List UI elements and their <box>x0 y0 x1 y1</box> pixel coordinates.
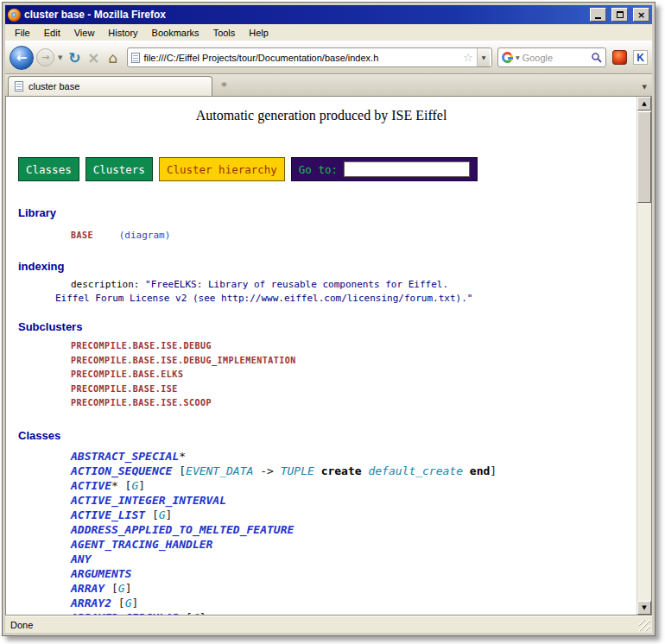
page-title: Automatic generation produced by ISE Eif… <box>6 108 636 123</box>
class-entry-text: ] <box>200 611 206 616</box>
class-entry-text <box>314 464 321 477</box>
class-link[interactable]: ARGUMENTS <box>71 567 131 580</box>
menu-bookmarks[interactable]: Bookmarks <box>145 25 206 41</box>
stop-button[interactable]: × <box>86 48 101 67</box>
scrollbar-thumb[interactable] <box>637 111 651 203</box>
class-link[interactable]: ADDRESS_APPLIED_TO_MELTED_FEATURE <box>71 523 294 536</box>
classes-heading: Classes <box>18 429 636 442</box>
google-logo-icon[interactable] <box>502 52 513 63</box>
library-row: BASE (diagram) <box>71 225 636 242</box>
class-entry: ADDRESS_APPLIED_TO_MELTED_FEATURE <box>71 522 636 537</box>
vertical-scrollbar[interactable]: ▲ ▼ <box>636 97 651 615</box>
page-favicon <box>131 53 140 63</box>
firefox-icon <box>8 9 21 22</box>
menu-edit[interactable]: Edit <box>37 25 67 41</box>
scroll-up-button[interactable]: ▲ <box>637 97 651 110</box>
scroll-down-button[interactable]: ▼ <box>637 601 651 615</box>
search-input[interactable]: Google <box>522 53 588 63</box>
class-list: ABSTRACT_SPECIAL*ACTION_SEQUENCE [EVENT_… <box>71 449 636 616</box>
indexing-string-1: "FreeELKS: Library of reusable component… <box>145 279 448 290</box>
class-link[interactable]: ARRAYED_CIRCULAR <box>71 611 179 616</box>
document-page: Automatic generation produced by ISE Eif… <box>6 97 636 615</box>
class-link[interactable]: ACTIVE_INTEGER_INTERVAL <box>71 494 226 507</box>
class-entry-text: [ <box>145 508 159 521</box>
class-entry-text: * <box>179 450 186 463</box>
addon-icon-red[interactable] <box>612 50 627 65</box>
class-entry: ACTIVE_LIST [G] <box>71 508 636 522</box>
class-entry-text: ] <box>166 508 173 521</box>
addon-icon-k[interactable]: K <box>633 50 648 65</box>
navigation-toolbar: ← → ▼ ↻ × ⌂ file:///C:/Eiffel Projects/t… <box>5 41 652 74</box>
class-link[interactable]: ACTIVE_LIST <box>71 508 145 521</box>
class-link[interactable]: AGENT_TRACING_HANDLER <box>71 538 212 551</box>
subcluster-link[interactable]: PRECOMPILE.BASE.ISE.DEBUG_IMPLEMENTATION <box>71 354 636 369</box>
class-link[interactable]: ACTION_SEQUENCE <box>71 464 172 477</box>
search-box[interactable]: ▼ Google <box>497 47 606 67</box>
resize-grip[interactable] <box>639 620 650 631</box>
window-title: cluster base - Mozilla Firefox <box>24 9 585 21</box>
scrollbar-track[interactable] <box>637 204 651 601</box>
reload-button[interactable]: ↻ <box>66 48 83 67</box>
subcluster-link[interactable]: PRECOMPILE.BASE.ISE.SCOOP <box>71 396 636 411</box>
generic-parameter-link[interactable]: G <box>118 582 125 595</box>
list-all-tabs-button[interactable]: ▼ <box>643 84 647 91</box>
menu-tools[interactable]: Tools <box>206 25 243 41</box>
menubar: FileEditViewHistoryBookmarksToolsHelp <box>5 24 652 41</box>
back-button[interactable]: ← <box>10 46 34 70</box>
class-entry-text: [ <box>104 582 118 595</box>
back-forward-dropdown-icon[interactable]: ▼ <box>57 54 63 61</box>
class-entry: ARRAY [G] <box>71 581 636 596</box>
tab-strip-icon[interactable]: * <box>221 79 227 92</box>
class-entry-text <box>463 464 470 477</box>
subclusters-heading: Subclusters <box>18 320 636 333</box>
classes-link[interactable]: Classes <box>18 157 79 181</box>
generic-parameter-link[interactable]: default_create <box>368 464 463 477</box>
class-entry-text: ] <box>490 464 497 477</box>
close-button[interactable]: × <box>633 8 649 22</box>
class-entry: ARGUMENTS <box>71 566 636 581</box>
titlebar[interactable]: cluster base - Mozilla Firefox × <box>5 5 652 24</box>
class-entry-text: end <box>470 464 490 477</box>
class-link[interactable]: ARRAY2 <box>71 597 111 609</box>
generic-parameter-link[interactable]: G <box>193 611 200 616</box>
class-entry-text: -> <box>253 464 280 477</box>
generic-parameter-link[interactable]: TUPLE <box>281 464 314 477</box>
goto-input[interactable] <box>344 161 470 177</box>
diagram-link[interactable]: (diagram) <box>119 230 171 241</box>
forward-button[interactable]: → <box>36 48 54 66</box>
class-link[interactable]: ABSTRACT_SPECIAL <box>71 450 179 463</box>
class-entry-text: [ <box>172 464 186 477</box>
generic-parameter-link[interactable]: G <box>159 508 166 521</box>
class-entry: ABSTRACT_SPECIAL* <box>71 449 636 464</box>
menu-view[interactable]: View <box>67 25 102 41</box>
address-input[interactable]: file:///C:/Eiffel Projects/tour/Document… <box>143 53 459 63</box>
generic-parameter-link[interactable]: EVENT_DATA <box>186 464 253 477</box>
menu-help[interactable]: Help <box>242 25 276 41</box>
indexing-line-2: Eiffel Forum License v2 (see http://www.… <box>55 292 636 306</box>
goto-box: Go to: <box>291 157 478 181</box>
maximize-button[interactable] <box>611 8 628 22</box>
class-entry-text: [ <box>118 479 132 492</box>
search-magnifier-icon[interactable] <box>591 52 602 63</box>
bookmark-star-icon[interactable]: ☆ <box>463 51 473 64</box>
minimize-button[interactable] <box>590 8 606 22</box>
subcluster-link[interactable]: PRECOMPILE.BASE.ISE <box>71 382 636 397</box>
class-link[interactable]: ANY <box>71 552 91 565</box>
firefox-window: cluster base - Mozilla Firefox × FileEdi… <box>2 2 656 636</box>
class-link[interactable]: ARRAY <box>71 582 104 595</box>
home-button[interactable]: ⌂ <box>104 48 122 67</box>
class-link[interactable]: ACTIVE <box>71 479 111 492</box>
tab-cluster-base[interactable]: cluster base <box>8 76 212 96</box>
library-name-link[interactable]: BASE <box>71 230 93 240</box>
subcluster-link[interactable]: PRECOMPILE.BASE.ISE.DEBUG <box>71 339 636 354</box>
subcluster-link[interactable]: PRECOMPILE.BASE.ELKS <box>71 368 636 382</box>
address-dropdown-button[interactable]: ▼ <box>477 48 490 66</box>
menu-history[interactable]: History <box>101 25 144 41</box>
search-engine-dropdown-icon[interactable]: ▼ <box>516 54 520 60</box>
clusters-link[interactable]: Clusters <box>86 157 153 181</box>
menu-file[interactable]: File <box>8 25 37 41</box>
library-heading: Library <box>18 206 636 219</box>
address-bar[interactable]: file:///C:/Eiffel Projects/tour/Document… <box>127 47 492 67</box>
goto-label: Go to: <box>299 163 338 176</box>
cluster-hierarchy-link[interactable]: Cluster hierarchy <box>159 157 285 181</box>
